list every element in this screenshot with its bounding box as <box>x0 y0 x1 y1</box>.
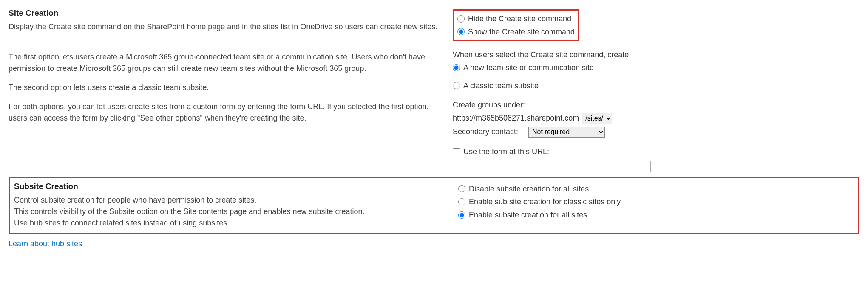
site-creation-right: Hide the Create site command Show the Cr… <box>453 8 859 172</box>
radio-newteam-label: A new team site or communication site <box>463 61 594 74</box>
subsite-left: Subsite Creation Control subsite creatio… <box>14 182 458 229</box>
form-url-input[interactable] <box>464 161 651 172</box>
radio-disable-row[interactable]: Disable subsite creation for all sites <box>458 183 854 196</box>
radio-classic-input[interactable] <box>453 82 460 89</box>
subsite-title: Subsite Creation <box>14 182 445 191</box>
site-creation-desc4: For both options, you can let users crea… <box>9 101 440 124</box>
radio-show-input[interactable] <box>457 28 465 35</box>
subsite-right: Disable subsite creation for all sites E… <box>458 182 854 229</box>
secondary-contact-label: Secondary contact: <box>453 127 521 136</box>
radio-hide-row[interactable]: Hide the Create site command <box>457 12 575 25</box>
path-select[interactable]: /sites/ <box>582 113 612 124</box>
radio-classiconly-label: Enable sub site creation for classic sit… <box>469 195 621 208</box>
use-form-label: Use the form at this URL: <box>463 145 549 158</box>
radio-newteam-row[interactable]: A new team site or communication site <box>453 61 859 74</box>
site-creation-left: Site Creation Display the Create site co… <box>9 8 453 172</box>
radio-enableall-label: Enable subsite creation for all sites <box>469 208 587 222</box>
when-users-label: When users select the Create site comman… <box>453 49 859 61</box>
radio-show-label: Show the Create site command <box>468 25 575 39</box>
subsite-desc1: Control subsite creation for people who … <box>14 194 445 206</box>
radio-disable-label: Disable subsite creation for all sites <box>469 183 589 196</box>
use-form-row[interactable]: Use the form at this URL: <box>453 145 859 158</box>
create-groups-row: https://m365b508271.sharepoint.com /site… <box>453 113 859 124</box>
radio-classic-row[interactable]: A classic team subsite <box>453 79 859 93</box>
base-url: https://m365b508271.sharepoint.com <box>453 114 579 123</box>
radio-hide-label: Hide the Create site command <box>468 12 571 25</box>
radio-newteam-input[interactable] <box>453 64 460 71</box>
site-creation-section: Site Creation Display the Create site co… <box>9 8 859 172</box>
show-hide-highlight: Hide the Create site command Show the Cr… <box>453 9 579 41</box>
subsite-creation-section: Subsite Creation Control subsite creatio… <box>14 182 854 229</box>
learn-hub-sites-link[interactable]: Learn about hub sites <box>9 239 82 248</box>
secondary-contact-row: Secondary contact: Not required <box>453 127 859 138</box>
radio-hide-input[interactable] <box>457 15 465 23</box>
site-creation-desc1: Display the Create site command on the S… <box>9 21 440 33</box>
radio-disable-input[interactable] <box>458 185 465 192</box>
form-url-wrap <box>464 161 859 172</box>
use-form-checkbox[interactable] <box>453 148 460 155</box>
subsite-highlight: Subsite Creation Control subsite creatio… <box>9 177 859 234</box>
radio-show-row[interactable]: Show the Create site command <box>457 25 575 39</box>
create-groups-label: Create groups under: <box>453 99 859 111</box>
radio-classic-label: A classic team subsite <box>463 79 539 93</box>
site-creation-desc3: The second option lets users create a cl… <box>9 82 440 93</box>
radio-classiconly-input[interactable] <box>458 198 465 205</box>
radio-enableall-row[interactable]: Enable subsite creation for all sites <box>458 208 854 222</box>
site-creation-title: Site Creation <box>9 8 440 18</box>
subsite-desc2: This controls visibility of the Subsite … <box>14 206 445 217</box>
site-creation-desc2: The first option lets users create a Mic… <box>9 51 440 74</box>
secondary-contact-select[interactable]: Not required <box>528 127 605 138</box>
radio-classiconly-row[interactable]: Enable sub site creation for classic sit… <box>458 195 854 208</box>
radio-enableall-input[interactable] <box>458 211 465 219</box>
subsite-desc3: Use hub sites to connect related sites i… <box>14 217 445 229</box>
